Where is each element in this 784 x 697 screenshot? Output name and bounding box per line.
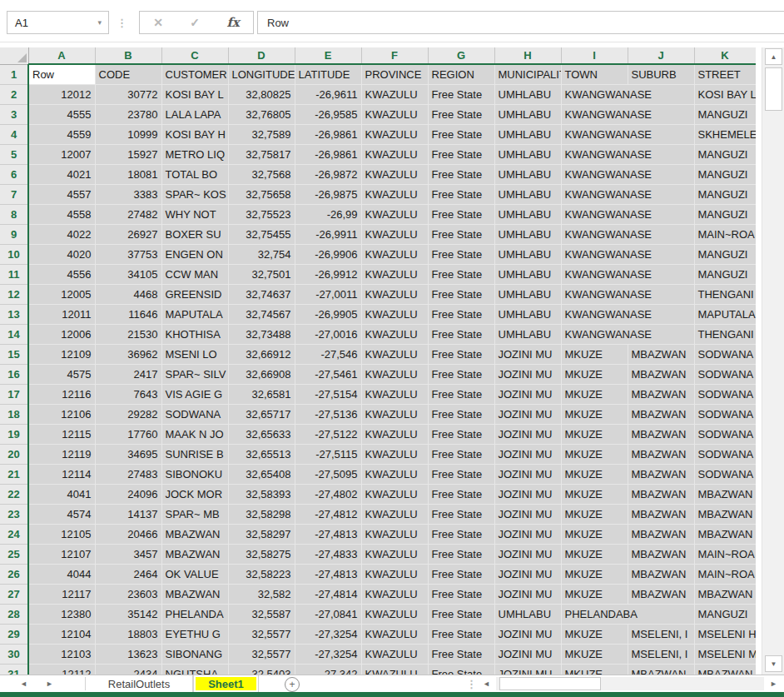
cell-I2[interactable]: KWANGWANASE [561,85,694,105]
cell-F18[interactable]: KWAZULU [361,405,428,425]
cell-C16[interactable]: SPAR~ SILV [161,365,228,385]
cell-B26[interactable]: 2464 [95,565,161,585]
cell-B22[interactable]: 24096 [95,485,161,505]
cell-H11[interactable]: UMHLABU [494,265,561,285]
row-header-21[interactable]: 21 [0,465,28,485]
cell-D4[interactable]: 32,7589 [228,125,295,145]
cell-I31[interactable]: MKUZE [561,665,628,675]
cell-E1[interactable]: LATITUDE [295,64,361,85]
cell-C6[interactable]: TOTAL BO [161,165,228,185]
cell-B11[interactable]: 34105 [95,265,161,285]
cell-I22[interactable]: MKUZE [561,485,628,505]
vertical-scrollbar[interactable]: ▲ ▼ [762,47,784,675]
cell-A10[interactable]: 4020 [28,245,95,265]
sheet-tab-sheet1[interactable]: Sheet1 [193,675,259,692]
cell-B25[interactable]: 3457 [95,545,161,565]
cell-I1[interactable]: TOWN [561,64,628,85]
scroll-left-button[interactable]: ◄ [483,675,490,692]
column-header-B[interactable]: B [95,47,161,64]
cell-C20[interactable]: SUNRISE B [161,445,228,465]
cell-E31[interactable]: -27,342 [295,665,361,675]
cell-H4[interactable]: UMHLABU [494,125,561,145]
cell-J25[interactable]: MBAZWAN [628,545,694,565]
cell-B1[interactable]: CODE [95,64,161,85]
cell-K12[interactable]: THENGANI [694,285,756,305]
cell-K13[interactable]: MAPUTALA [694,305,756,325]
cell-A27[interactable]: 12117 [28,585,95,605]
cell-A22[interactable]: 4041 [28,485,95,505]
cell-E13[interactable]: -26,9905 [295,305,361,325]
cell-D29[interactable]: 32,5577 [228,625,295,645]
cell-F13[interactable]: KWAZULU [361,305,428,325]
cell-E2[interactable]: -26,9611 [295,85,361,105]
cell-F26[interactable]: KWAZULU [361,565,428,585]
cell-A25[interactable]: 12107 [28,545,95,565]
cell-J17[interactable]: MBAZWAN [628,385,694,405]
cell-H16[interactable]: JOZINI MU [494,365,561,385]
cell-A9[interactable]: 4022 [28,225,95,245]
cell-J26[interactable]: MBAZWAN [628,565,694,585]
sheet-tab-retailoutlets[interactable]: RetailOutlets [86,675,193,692]
cell-F17[interactable]: KWAZULU [361,385,428,405]
cell-H14[interactable]: UMHLABU [494,325,561,345]
cell-D24[interactable]: 32,58297 [228,525,295,545]
cell-A18[interactable]: 12106 [28,405,95,425]
cell-K15[interactable]: SODWANA [694,345,756,365]
cell-E28[interactable]: -27,0841 [295,605,361,625]
cell-A21[interactable]: 12114 [28,465,95,485]
cell-C11[interactable]: CCW MAN [161,265,228,285]
cell-H18[interactable]: JOZINI MU [494,405,561,425]
cell-E27[interactable]: -27,4814 [295,585,361,605]
cell-K7[interactable]: MANGUZI [694,185,756,205]
cell-G10[interactable]: Free State [428,245,494,265]
cell-J29[interactable]: MSELENI, I [628,625,694,645]
cell-C27[interactable]: MBAZWAN [161,585,228,605]
cell-F28[interactable]: KWAZULU [361,605,428,625]
cell-A16[interactable]: 4575 [28,365,95,385]
cell-H30[interactable]: JOZINI MU [494,645,561,665]
cell-D27[interactable]: 32,582 [228,585,295,605]
cell-K10[interactable]: MANGUZI [694,245,756,265]
cell-B20[interactable]: 34695 [95,445,161,465]
cell-H2[interactable]: UMHLABU [494,85,561,105]
cell-I6[interactable]: KWANGWANASE [561,165,694,185]
cell-J22[interactable]: MBAZWAN [628,485,694,505]
cell-D14[interactable]: 32,73488 [228,325,295,345]
cell-F10[interactable]: KWAZULU [361,245,428,265]
cell-C4[interactable]: KOSI BAY H [161,125,228,145]
cell-I15[interactable]: MKUZE [561,345,628,365]
cell-B27[interactable]: 23603 [95,585,161,605]
cell-H25[interactable]: JOZINI MU [494,545,561,565]
cell-F6[interactable]: KWAZULU [361,165,428,185]
cell-C22[interactable]: JOCK MOR [161,485,228,505]
cell-C21[interactable]: SIBONOKU [161,465,228,485]
cell-F8[interactable]: KWAZULU [361,205,428,225]
cell-G12[interactable]: Free State [428,285,494,305]
cell-H5[interactable]: UMHLABU [494,145,561,165]
cell-G22[interactable]: Free State [428,485,494,505]
row-header-1[interactable]: 1 [0,64,28,85]
cell-G15[interactable]: Free State [428,345,494,365]
cell-B5[interactable]: 15927 [95,145,161,165]
cell-E25[interactable]: -27,4833 [295,545,361,565]
enter-icon[interactable]: ✓ [190,16,200,29]
cell-C19[interactable]: MAAK N JO [161,425,228,445]
cell-C15[interactable]: MSENI LO [161,345,228,365]
cell-G13[interactable]: Free State [428,305,494,325]
cell-I28[interactable]: PHELANDABA [561,605,694,625]
cell-K30[interactable]: MSELENI M [694,645,756,665]
cell-H21[interactable]: JOZINI MU [494,465,561,485]
cell-A15[interactable]: 12109 [28,345,95,365]
cell-J1[interactable]: SUBURB [628,64,694,85]
cell-D11[interactable]: 32,7501 [228,265,295,285]
cell-F16[interactable]: KWAZULU [361,365,428,385]
cell-F7[interactable]: KWAZULU [361,185,428,205]
column-header-K[interactable]: K [694,47,756,64]
cell-G16[interactable]: Free State [428,365,494,385]
name-box[interactable]: A1 ▾ [7,11,109,34]
cell-K24[interactable]: MBAZWAN [694,525,756,545]
column-header-F[interactable]: F [361,47,428,64]
cell-E30[interactable]: -27,3254 [295,645,361,665]
cell-B9[interactable]: 26927 [95,225,161,245]
column-header-E[interactable]: E [295,47,361,64]
